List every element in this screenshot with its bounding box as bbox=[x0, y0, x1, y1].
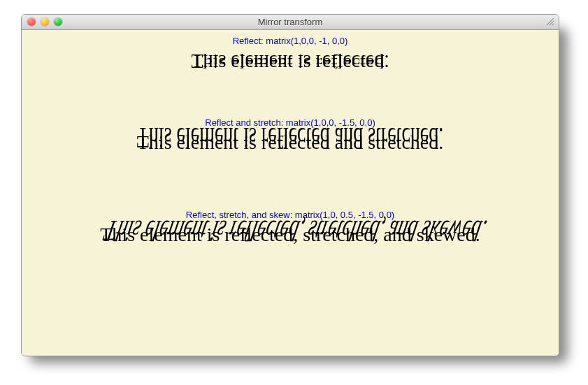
zoom-icon[interactable] bbox=[54, 17, 62, 26]
example-reflect-stretch-skew: Reflect, stretch, and skew: matrix(1,0, … bbox=[22, 210, 559, 296]
spacer bbox=[22, 268, 559, 296]
spacer bbox=[22, 175, 559, 203]
example-transformed-text: This element is reflected. bbox=[192, 50, 389, 72]
spacer bbox=[22, 94, 559, 110]
resize-grip-icon[interactable] bbox=[545, 17, 555, 27]
example-label: Reflect: matrix(1,0,0, -1, 0,0) bbox=[22, 36, 559, 46]
minimize-icon[interactable] bbox=[41, 17, 49, 26]
window-controls bbox=[27, 17, 62, 26]
content-area: Reflect: matrix(1,0,0, -1, 0,0) This ele… bbox=[22, 30, 559, 356]
example-reflect: Reflect: matrix(1,0,0, -1, 0,0) This ele… bbox=[22, 36, 559, 110]
example-transformed-text: This element is reflected, stretched, an… bbox=[100, 214, 491, 246]
window-title: Mirror transform bbox=[258, 17, 322, 27]
app-window: Mirror transform Reflect: matrix(1,0,0, … bbox=[21, 14, 559, 356]
close-icon[interactable] bbox=[27, 17, 36, 26]
titlebar[interactable]: Mirror transform bbox=[22, 15, 559, 30]
example-reflect-stretch: Reflect and stretch: matrix(1,0,0, -1.5,… bbox=[22, 117, 559, 203]
example-transformed-text: This element is reflected and stretched. bbox=[137, 121, 443, 153]
